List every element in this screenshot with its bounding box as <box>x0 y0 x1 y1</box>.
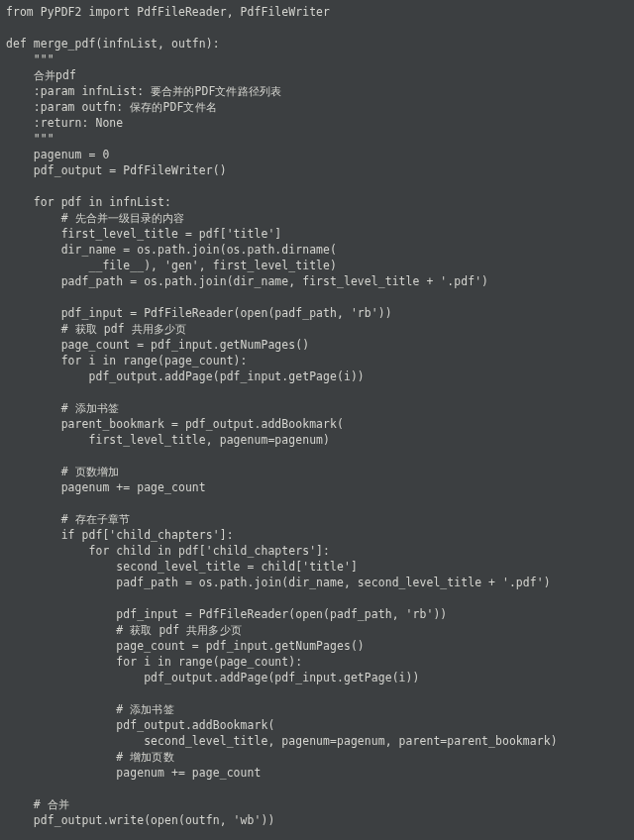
code-block: from PyPDF2 import PdfFileReader, PdfFil… <box>0 0 634 834</box>
